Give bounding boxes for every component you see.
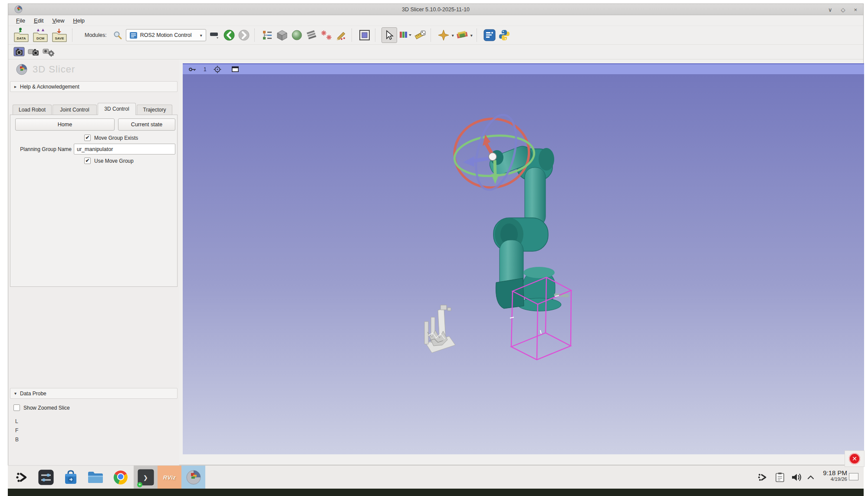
notification-popup: ✕ <box>845 450 865 467</box>
probe-layer-l: L <box>15 418 18 424</box>
measurement-ruler-button[interactable] <box>414 29 427 42</box>
move-group-exists-row: ✔ Move Group Exists <box>84 135 138 141</box>
use-move-group-checkbox[interactable]: ✔ <box>84 158 91 164</box>
chevron-down-icon[interactable]: ▾ <box>470 33 473 38</box>
tray-expand-chevron[interactable] <box>807 466 814 489</box>
module-selector-dropdown[interactable]: ROS2 Motion Control ▾ <box>126 29 206 41</box>
load-dicom-button[interactable]: DCM <box>32 27 49 43</box>
maximize-button[interactable]: ◇ <box>841 7 845 13</box>
taskbar: ❯ + RViz 9:18 PM 4/19/26 <box>8 465 864 489</box>
mouse-interaction-mode-button[interactable] <box>381 27 397 43</box>
capture-toolbar <box>8 45 863 59</box>
help-section-label: Help & Acknowledgement <box>20 84 79 90</box>
toolbar-separator <box>254 29 257 42</box>
3d-scene-viewport[interactable] <box>183 74 864 454</box>
current-state-button[interactable]: Current state <box>118 118 175 131</box>
gimbal-center-handle[interactable] <box>489 153 496 161</box>
clear-scene-button[interactable] <box>208 29 221 42</box>
screen-capture-button[interactable] <box>13 46 26 59</box>
menu-help[interactable]: Help <box>69 16 89 25</box>
3d-view-controller-bar[interactable]: 1 <box>183 63 864 74</box>
save-button[interactable]: SAVE <box>51 27 68 43</box>
extensions-manager-button[interactable] <box>483 29 496 42</box>
help-acknowledgement-section[interactable]: ▸ Help & Acknowledgement <box>10 81 178 92</box>
planning-group-label: Planning Group Name <box>13 146 72 152</box>
screen-bottom-strip <box>8 489 864 496</box>
tab-joint-control[interactable]: Joint Control <box>53 105 97 115</box>
slicer-logo-icon <box>16 64 27 75</box>
segmentation-sphere-button[interactable] <box>290 29 303 42</box>
paint-mode-button[interactable] <box>399 29 412 42</box>
slicer-app-button[interactable] <box>181 466 205 489</box>
toolbar-separator <box>352 29 354 42</box>
tab-load-robot[interactable]: Load Robot <box>13 105 52 115</box>
svg-text:DCM: DCM <box>36 36 45 40</box>
svg-text:DATA: DATA <box>16 36 26 40</box>
tab-3d-control[interactable]: 3D Control <box>98 103 136 115</box>
tray-network-icon[interactable] <box>757 466 768 489</box>
rviz-app-button[interactable]: RViz <box>158 466 181 489</box>
load-data-button[interactable]: DATA <box>13 27 30 43</box>
show-zoomed-slice-label: Show Zoomed Slice <box>23 405 70 411</box>
crosshair-icon[interactable] <box>214 66 221 73</box>
show-zoomed-slice-checkbox[interactable] <box>13 404 20 411</box>
move-group-exists-checkbox[interactable]: ✔ <box>84 135 91 141</box>
toolbar-separator <box>72 29 75 42</box>
crosshair-star-button[interactable] <box>437 29 450 42</box>
menu-file[interactable]: File <box>12 16 30 25</box>
home-button[interactable]: Home <box>15 118 115 131</box>
slicer-logo-icon <box>186 470 201 485</box>
module-forward-button[interactable] <box>237 29 250 42</box>
minimize-button[interactable]: ∨ <box>828 7 832 13</box>
annotate-pencil-button[interactable] <box>335 29 348 42</box>
menu-bar: File Edit View Help <box>8 15 863 26</box>
planning-group-input[interactable] <box>74 144 175 154</box>
screenshot-button[interactable] <box>358 29 371 42</box>
terminal-badge: + <box>137 482 142 487</box>
chevron-down-icon[interactable]: ▾ <box>452 33 454 38</box>
file-manager-button[interactable] <box>87 469 104 486</box>
menu-edit[interactable]: Edit <box>30 16 48 25</box>
data-probe-label: Data Probe <box>20 391 46 397</box>
show-desktop-button[interactable] <box>849 473 858 480</box>
markups-button[interactable] <box>320 29 333 42</box>
svg-text:SAVE: SAVE <box>55 36 64 40</box>
triangle-right-icon: ▸ <box>14 84 16 89</box>
close-button[interactable]: × <box>854 7 857 13</box>
software-center-button[interactable] <box>62 469 79 486</box>
robot-base-foot <box>496 278 524 309</box>
module-search-button[interactable] <box>111 29 124 42</box>
chrome-browser-button[interactable] <box>112 469 129 486</box>
rviz-logo: RViz <box>163 474 176 481</box>
svg-text:❯: ❯ <box>143 473 148 482</box>
data-probe-section[interactable]: ▾ Data Probe <box>10 388 178 399</box>
control-tab-bar: Load Robot Joint Control 3D Control Traj… <box>13 103 173 115</box>
use-move-group-label: Use Move Group <box>94 158 134 164</box>
robot-base-flange <box>518 298 561 311</box>
notification-close-button[interactable]: ✕ <box>849 453 860 464</box>
capture-settings-button[interactable] <box>42 46 55 59</box>
terminal-app-button[interactable]: ❯ + <box>134 466 158 489</box>
module-back-button[interactable] <box>223 29 236 42</box>
taskbar-clock[interactable]: 9:18 PM 4/19/26 <box>816 469 847 482</box>
pin-icon[interactable] <box>189 67 197 72</box>
module-tree-button[interactable] <box>261 29 274 42</box>
toolbar-separator <box>431 29 433 42</box>
app-launcher-button[interactable] <box>13 469 30 486</box>
title-bar[interactable]: 3D Slicer 5.10.0-2025-11-10 ∨ ◇ × <box>8 4 863 15</box>
scene-capture-button[interactable] <box>27 46 40 59</box>
slice-visibility-button[interactable] <box>456 29 469 42</box>
tab-trajectory[interactable]: Trajectory <box>137 105 172 115</box>
settings-button[interactable] <box>37 469 55 486</box>
maximize-view-icon[interactable] <box>232 66 239 72</box>
robot-base-top <box>523 267 555 278</box>
slice-stack-button[interactable] <box>305 29 318 42</box>
tray-volume-icon[interactable] <box>791 466 802 489</box>
tray-clipboard-icon[interactable] <box>775 466 785 489</box>
probe-layer-f: F <box>15 427 18 434</box>
volume-cube-button[interactable] <box>276 29 289 42</box>
module-panel: 3D Slicer ▸ Help & Acknowledgement Load … <box>8 59 179 466</box>
3d-control-group-box: Home Current state ✔ Move Group Exists P… <box>10 115 178 287</box>
python-console-button[interactable] <box>498 29 511 42</box>
menu-view[interactable]: View <box>48 16 69 25</box>
